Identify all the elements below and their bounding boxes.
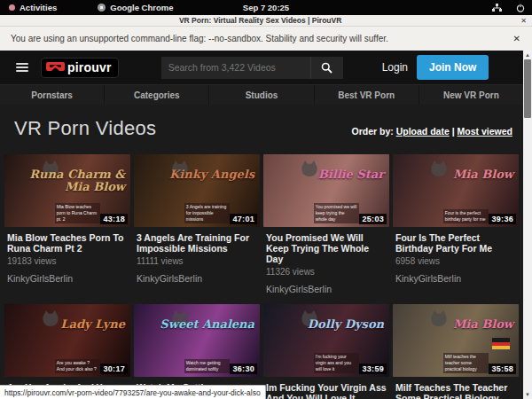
page-title: VR Porn Videos bbox=[14, 117, 156, 140]
main-nav: Pornstars Categories Studios Best VR Por… bbox=[0, 84, 523, 105]
video-thumbnail[interactable]: Mia Blow Four is the perfect birthday pa… bbox=[393, 154, 519, 227]
studio-link[interactable]: KinkyGirlsBerlin bbox=[266, 284, 387, 294]
video-card: Mia Blow Milf teaches the teacher some p… bbox=[393, 304, 519, 399]
video-title[interactable]: Four Is The Perfect Birthday Party For M… bbox=[395, 232, 516, 254]
video-thumbnail[interactable]: Runa Charm & Mia Blow Mia Blow teaches p… bbox=[4, 154, 130, 227]
duration-badge: 25:03 bbox=[359, 214, 387, 224]
video-card: Runa Charm & Mia Blow Mia Blow teaches p… bbox=[4, 154, 130, 294]
studio-link[interactable]: KinkyGirlsBerlin bbox=[7, 273, 128, 284]
video-grid: Runa Charm & Mia Blow Mia Blow teaches p… bbox=[0, 140, 523, 399]
order-by-label: Order by: bbox=[351, 126, 393, 137]
duration-badge: 30:17 bbox=[100, 364, 128, 374]
nav-item-categories[interactable]: Categories bbox=[105, 85, 209, 105]
video-card: Kinky Angels 3 Angels are training for i… bbox=[134, 154, 260, 294]
search-input[interactable] bbox=[161, 62, 310, 73]
warning-infobar: You are using an unsupported command-lin… bbox=[0, 27, 532, 51]
status-bar: https://pirouvr.com/vr-porn-video/779325… bbox=[0, 385, 266, 399]
video-title[interactable]: 3 Angels Are Training For Impossible Mis… bbox=[137, 232, 257, 254]
duration-badge: 39:36 bbox=[489, 214, 516, 224]
video-views: 6958 views bbox=[395, 256, 516, 266]
video-thumbnail[interactable]: Kinky Angels 3 Angels are training for i… bbox=[134, 154, 260, 227]
video-title[interactable]: Mia Blow Teaches Porn To Runa Charm Pt 2 bbox=[7, 232, 128, 254]
thumbnail-caption: You promised we will keep trying the who… bbox=[314, 203, 359, 223]
video-title[interactable]: You Promised We Will Keep Trying The Who… bbox=[266, 232, 387, 264]
browser-window: Activities Google Chrome Sep 7 20:25 VR … bbox=[0, 0, 532, 399]
thumbnail-caption: Watch me getting dominated softly bbox=[184, 359, 230, 373]
clock[interactable]: Sep 7 20:25 bbox=[0, 3, 532, 12]
video-card: Billie Star You promised we will keep tr… bbox=[263, 154, 389, 294]
infobar-close-icon[interactable]: ✕ bbox=[513, 34, 520, 43]
video-card: Dolly Dyson I'm fucking your virgin ass … bbox=[263, 304, 389, 399]
video-thumbnail[interactable]: Mia Blow Milf teaches the teacher some p… bbox=[393, 304, 519, 377]
video-thumbnail[interactable]: Billie Star You promised we will keep tr… bbox=[263, 154, 389, 227]
video-views: 11326 views bbox=[266, 267, 387, 277]
logo-text: pirouvr bbox=[67, 60, 112, 74]
video-card: Mia Blow Four is the perfect birthday pa… bbox=[393, 154, 519, 294]
vertical-scrollbar[interactable]: ▲ ▼ bbox=[523, 51, 532, 399]
site-logo[interactable]: pirouvr bbox=[41, 58, 119, 78]
scrollbar-thumb[interactable] bbox=[524, 59, 531, 118]
video-views: 19183 views bbox=[7, 256, 128, 266]
login-link[interactable]: Login bbox=[382, 61, 408, 74]
thumbnail-overlay-title: Lady Lyne bbox=[4, 318, 125, 331]
scroll-up-icon[interactable]: ▲ bbox=[525, 51, 530, 59]
thumbnail-caption: Are you awake ? And your dick also ? bbox=[55, 359, 100, 373]
search-box[interactable] bbox=[161, 57, 310, 79]
warning-message: You are using an unsupported command-lin… bbox=[11, 34, 388, 43]
duration-badge: 36:30 bbox=[230, 364, 257, 374]
vr-goggles-icon bbox=[46, 61, 65, 73]
video-views: 11111 views bbox=[137, 256, 257, 266]
order-by-separator: | bbox=[452, 126, 455, 137]
search-icon bbox=[321, 62, 332, 74]
thumbnail-overlay-title: Dolly Dyson bbox=[263, 318, 384, 331]
search-button[interactable] bbox=[310, 57, 343, 79]
video-thumbnail[interactable]: Sweet Analena Watch me getting dominated… bbox=[134, 304, 260, 377]
tab-title[interactable]: VR Porn: Virtual Reality Sex Videos | Pi… bbox=[0, 16, 520, 25]
studio-link[interactable]: KinkyGirlsBerlin bbox=[395, 273, 516, 284]
thumbnail-caption: I'm fucking your virgin ass and you will… bbox=[314, 353, 359, 373]
video-title[interactable]: Im Fucking Your Virgin Ass And You Will … bbox=[266, 382, 387, 399]
german-flag-icon bbox=[492, 338, 510, 349]
page-content: pirouvr Login Join Now Pornstars Categor… bbox=[0, 51, 523, 399]
video-thumbnail[interactable]: Dolly Dyson I'm fucking your virgin ass … bbox=[263, 304, 389, 377]
thumbnail-caption: Mia Blow teaches porn to Runa Charm pt. … bbox=[55, 203, 100, 223]
duration-badge: 47:01 bbox=[230, 214, 257, 224]
thumbnail-caption: Milf teaches the teacher some practical … bbox=[443, 353, 489, 373]
video-thumbnail[interactable]: Lady Lyne Are you awake ? And your dick … bbox=[4, 304, 130, 377]
duration-badge: 33:59 bbox=[359, 364, 387, 374]
nav-item-studios[interactable]: Studios bbox=[209, 85, 314, 105]
thumbnail-overlay-title: Sweet Analena bbox=[134, 318, 254, 331]
site-header: pirouvr Login Join Now bbox=[0, 51, 523, 84]
thumbnail-caption: 3 Angels are training for impossible mis… bbox=[184, 203, 230, 223]
nav-item-best-vr-porn[interactable]: Best VR Porn bbox=[315, 85, 419, 105]
order-by-most-viewed-link[interactable]: Most viewed bbox=[458, 126, 512, 137]
nav-item-new-vr-porn[interactable]: New VR Porn bbox=[419, 85, 523, 105]
network-icon[interactable] bbox=[492, 4, 502, 12]
power-icon[interactable] bbox=[516, 4, 525, 12]
thumbnail-caption: Four is the perfect birthday party for m… bbox=[443, 209, 489, 223]
order-by-controls: Order by: Upload date | Most viewed bbox=[351, 126, 512, 140]
join-now-button[interactable]: Join Now bbox=[417, 55, 489, 80]
nav-item-pornstars[interactable]: Pornstars bbox=[0, 85, 105, 105]
thumbnail-overlay-title: Runa Charm & Mia Blow bbox=[4, 168, 125, 192]
system-top-bar: Activities Google Chrome Sep 7 20:25 bbox=[0, 0, 532, 15]
thumbnail-overlay-title: Mia Blow bbox=[393, 168, 513, 181]
thumbnail-overlay-title: Mia Blow bbox=[393, 318, 513, 331]
studio-link[interactable]: KinkyGirlsBerlin bbox=[137, 273, 257, 284]
scroll-down-icon[interactable]: ▼ bbox=[525, 390, 530, 399]
video-title[interactable]: Milf Teaches The Teacher Some Practical … bbox=[395, 382, 516, 399]
status-url: https://pirouvr.com/vr-porn-video/779325… bbox=[4, 388, 261, 397]
thumbnail-overlay-title: Kinky Angels bbox=[134, 168, 254, 181]
duration-badge: 43:18 bbox=[100, 214, 128, 224]
thumbnail-overlay-title: Billie Star bbox=[263, 168, 384, 181]
duration-badge: 35:58 bbox=[489, 364, 516, 374]
order-by-upload-date-link[interactable]: Upload date bbox=[396, 126, 450, 137]
browser-tab-bar: VR Porn: Virtual Reality Sex Videos | Pi… bbox=[0, 15, 532, 27]
menu-hamburger-icon[interactable] bbox=[16, 63, 28, 72]
tab-close-icon[interactable]: ✕ bbox=[520, 17, 527, 25]
